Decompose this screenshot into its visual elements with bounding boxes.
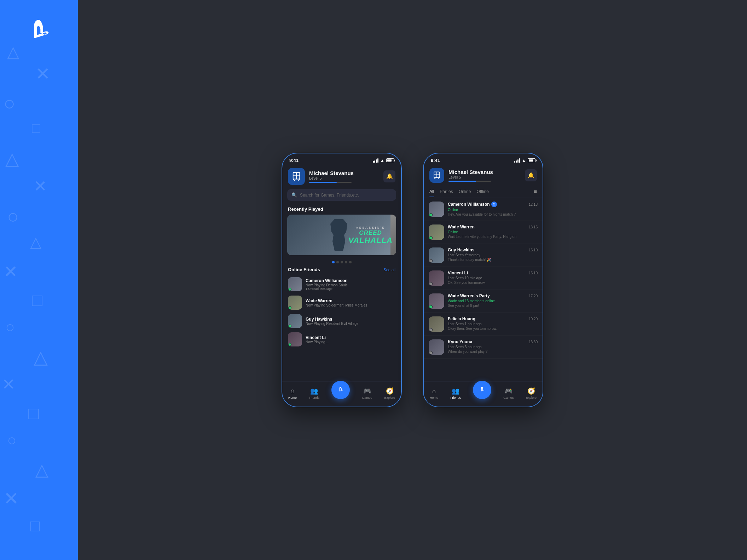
chat-preview-wade: Wait Let me invite you to my Party. Hang… xyxy=(448,235,538,239)
nav-games-label-right: Games xyxy=(503,396,514,399)
chat-name-guy: Guy Hawkins xyxy=(448,247,474,252)
nav-home-left[interactable]: ⌂ Home xyxy=(288,387,297,399)
tab-online[interactable]: Online xyxy=(459,189,471,197)
chat-avatar-wrap-vincent xyxy=(429,270,444,286)
chat-avatar-wrap-cameron xyxy=(429,202,444,217)
friend-name-4: Vincent Li xyxy=(306,335,395,340)
tab-all[interactable]: All xyxy=(429,189,434,197)
nav-explore-right[interactable]: 🧭 Explore xyxy=(526,387,537,399)
nav-friends-right[interactable]: 👥 Friends xyxy=(450,387,461,399)
game-title-overlay: ASSASSIN'S CREED VALHALLA xyxy=(348,226,393,244)
dot-4[interactable] xyxy=(345,261,347,263)
chat-item-cameron[interactable]: Cameron Williamson 2 12.13 Online Hey, A… xyxy=(424,198,543,221)
chat-avatar-wrap-guy xyxy=(429,247,444,263)
chat-status-kyou: Last Seen 3 hour ago xyxy=(448,345,538,349)
tab-offline[interactable]: Offline xyxy=(476,189,488,197)
ps-center-button-left[interactable] xyxy=(331,381,350,399)
chat-name-kyou: Kyou Yuuna xyxy=(448,339,472,344)
online-indicator-3 xyxy=(288,325,291,328)
friend-avatar-wrap-3 xyxy=(288,314,302,328)
friend-item[interactable]: Cameron Williamson Now Playing Demon Sou… xyxy=(282,275,401,293)
nav-games-right[interactable]: 🎮 Games xyxy=(503,387,514,399)
chat-avatar-wrap-wade xyxy=(429,224,444,240)
battery-icon-right xyxy=(528,158,535,162)
chat-preview-party: See you all at 8 pm! xyxy=(448,304,538,308)
profile-name-left: Michael Stevanus xyxy=(309,170,379,176)
menu-icon[interactable]: ≡ xyxy=(534,188,537,198)
chat-body-party: Wade Warren's Party 17.20 Wade and 13 me… xyxy=(448,293,538,308)
friend-activity-3: Now Playing Resident Evil Village xyxy=(306,322,395,326)
chat-body-wade: Wade Warren 13.15 Online Wait Let me inv… xyxy=(448,224,538,239)
dot-2[interactable] xyxy=(336,261,339,263)
status-icons-right: ▲ xyxy=(514,158,535,163)
chat-item-vincent[interactable]: Vincent Li 15.10 Last Seen 10 min ago Ok… xyxy=(424,267,543,290)
chat-preview-kyou: When do you want play ? xyxy=(448,350,538,354)
chat-top-row-cameron: Cameron Williamson 2 12.13 xyxy=(448,202,538,207)
signal-icon xyxy=(373,158,379,163)
chat-time-guy: 15.10 xyxy=(529,248,538,252)
nav-friends-left[interactable]: 👥 Friends xyxy=(309,387,319,399)
chat-name-vincent: Vincent Li xyxy=(448,270,468,275)
dot-1[interactable] xyxy=(332,261,335,263)
game-brand: ASSASSIN'S xyxy=(348,226,393,229)
nav-explore-label-left: Explore xyxy=(384,396,395,399)
chat-body-vincent: Vincent Li 15.10 Last Seen 10 min ago Ok… xyxy=(448,270,538,285)
time-right: 9:41 xyxy=(431,158,440,163)
friend-details-4: Vincent Li Now Playing ... xyxy=(306,335,395,344)
friend-avatar-wrap-4 xyxy=(288,332,302,346)
friend-item-2[interactable]: Wade Warren Now Playing Spiderman: Miles… xyxy=(282,293,401,312)
chat-time-cameron: 12.13 xyxy=(529,203,538,206)
unread-badge-cameron: 2 xyxy=(491,202,497,207)
offline-dot-felicia xyxy=(429,328,433,332)
tab-parties[interactable]: Parties xyxy=(440,189,453,197)
online-dot-party xyxy=(429,305,433,309)
ps-center-button-right[interactable] xyxy=(473,381,491,399)
friend-details-3: Guy Hawkins Now Playing Resident Evil Vi… xyxy=(306,317,395,326)
bottom-nav-left: ⌂ Home 👥 Friends 🎮 Games xyxy=(282,381,401,407)
chat-preview-guy: Thanks for today match! 🎉 xyxy=(448,258,538,262)
home-icon-right: ⌂ xyxy=(432,387,436,395)
online-dot-wade xyxy=(429,236,433,240)
dot-3[interactable] xyxy=(341,261,343,263)
search-container-left: 🔍 Search for Games, Friends,etc. xyxy=(282,189,401,205)
chat-item-guy[interactable]: Guy Hawkins 15.10 Last Seen Yesterday Th… xyxy=(424,244,543,267)
chat-preview-vincent: Ok. See you tommorow. xyxy=(448,281,538,285)
dot-5[interactable] xyxy=(349,261,352,263)
online-indicator-4 xyxy=(288,343,291,346)
nav-explore-left[interactable]: 🧭 Explore xyxy=(384,387,395,399)
see-all-button[interactable]: See all xyxy=(383,268,395,272)
friend-details-2: Wade Warren Now Playing Spiderman: Miles… xyxy=(306,298,395,307)
chat-status-felicia: Last Seen 1 hour ago xyxy=(448,322,538,326)
chat-time-wade: 13.15 xyxy=(529,225,538,229)
nav-explore-label-right: Explore xyxy=(526,396,537,399)
friend-item-4[interactable]: Vincent Li Now Playing ... xyxy=(282,330,401,349)
nav-home-right[interactable]: ⌂ Home xyxy=(430,387,438,399)
chat-top-row-vincent: Vincent Li 15.10 xyxy=(448,270,538,275)
wifi-icon: ▲ xyxy=(380,158,384,163)
carousel-dots xyxy=(282,259,401,266)
game-card[interactable]: ASSASSIN'S CREED VALHALLA xyxy=(287,215,396,255)
chat-list: Cameron Williamson 2 12.13 Online Hey, A… xyxy=(424,198,543,407)
notification-button-right[interactable]: 🔔 xyxy=(525,169,537,181)
profile-level-left: Level 5 xyxy=(309,176,379,180)
notification-button-left[interactable]: 🔔 xyxy=(383,170,395,182)
friend-name-3: Guy Hawkins xyxy=(306,317,395,322)
chat-item-wade[interactable]: Wade Warren 13.15 Online Wait Let me inv… xyxy=(424,221,543,244)
time-left: 9:41 xyxy=(289,158,299,163)
home-icon: ⌂ xyxy=(291,387,295,395)
chat-item-felicia[interactable]: Felicia Huang 10.20 Last Seen 1 hour ago… xyxy=(424,313,543,336)
offline-dot-kyou xyxy=(429,351,433,355)
bottom-nav-right: ⌂ Home 👥 Friends 🎮 Games xyxy=(424,381,543,407)
game-title-valhalla: VALHALLA xyxy=(348,237,393,244)
chat-item-party[interactable]: Wade Warren's Party 17.20 Wade and 13 me… xyxy=(424,290,543,313)
games-icon: 🎮 xyxy=(363,387,371,395)
nav-games-left[interactable]: 🎮 Games xyxy=(362,387,372,399)
chat-time-party: 17.20 xyxy=(529,294,538,298)
online-friends-title: Online Friends xyxy=(288,267,320,272)
chat-preview-cameron: Hey, Are you avaliable for to nights mat… xyxy=(448,212,538,216)
search-placeholder: Search for Games, Friends,etc. xyxy=(300,193,359,198)
chat-item-kyou[interactable]: Kyou Yuuna 13.30 Last Seen 3 hour ago Wh… xyxy=(424,336,543,359)
chat-avatar-wrap-kyou xyxy=(429,339,444,355)
friend-item-3[interactable]: Guy Hawkins Now Playing Resident Evil Vi… xyxy=(282,312,401,330)
search-box[interactable]: 🔍 Search for Games, Friends,etc. xyxy=(287,189,396,201)
